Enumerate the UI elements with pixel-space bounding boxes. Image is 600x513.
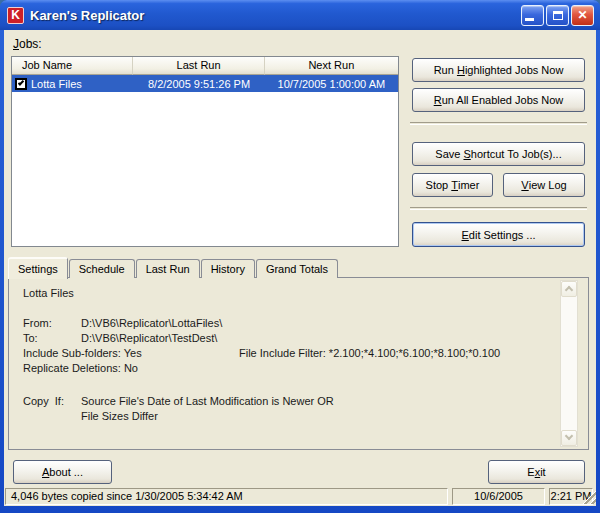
job-row-selected[interactable]: Lotta Files 8/2/2005 9:51:26 PM 10/7/200… [12,75,398,92]
label-text: it [540,466,546,478]
jobs-list-header: Job Name Last Run Next Run [12,57,398,75]
setting-copy-if-value2: File Sizes Differ [81,410,158,422]
scroll-up-button[interactable] [561,281,577,297]
run-all-enabled-jobs-button[interactable]: Run All Enabled Jobs Now [412,88,585,112]
chevron-up-icon [565,286,573,294]
column-header-last-run[interactable]: Last Run [133,57,264,75]
close-icon: ✕ [577,9,587,21]
tab-grand-totals[interactable]: Grand Totals [256,259,338,278]
maximize-button[interactable] [546,5,569,26]
label-text: A [42,466,49,478]
label-text: T [451,179,458,191]
settings-panel: Lotta Files From: D:\VB6\Replicator\Lott… [8,277,589,450]
window-title: Karen's Replicator [30,8,521,23]
close-button[interactable]: ✕ [571,5,594,26]
setting-replicate-deletions: Replicate Deletions: No [23,362,138,374]
setting-file-filter: File Include Filter: *2.100;*4.100;*6.10… [239,347,500,359]
app-icon[interactable]: K [7,7,24,24]
label-text: V [521,179,528,191]
setting-to-value: D:\VB6\Replicator\TestDest\ [81,332,217,344]
setting-include-subfolders: Include Sub-folders: Yes [23,347,142,359]
jobs-list: Job Name Last Run Next Run Lotta Files 8… [11,56,399,247]
label-text: obs: [19,37,42,51]
label-text: iew Log [529,179,567,191]
label-text: E [462,229,469,241]
setting-from-value: D:\VB6\Replicator\LottaFiles\ [81,317,222,329]
label-text: Stop [426,179,452,191]
setting-copy-if-label: Copy If: [23,395,64,407]
setting-to-label: To: [23,332,38,344]
label-text: H [457,64,465,76]
status-message: 4,046 bytes copied since 1/30/2005 5:34:… [5,488,448,505]
maximize-icon [553,11,563,20]
label-text: bout ... [49,466,83,478]
checkmark-icon [18,79,24,85]
about-button[interactable]: About ... [13,460,112,484]
setting-copy-if-value: Source File's Date of Last Modification … [81,395,334,407]
column-header-job-name[interactable]: Job Name [12,57,133,75]
run-highlighted-jobs-button[interactable]: Run Highlighted Jobs Now [412,58,585,82]
scroll-down-button[interactable] [561,430,577,446]
setting-job-title: Lotta Files [23,287,74,299]
label-text: un All Enabled Jobs Now [442,94,564,106]
exit-button[interactable]: Exit [488,460,585,484]
window-controls: ✕ [521,5,594,26]
tab-schedule[interactable]: Schedule [69,259,135,278]
job-enabled-checkbox[interactable] [15,78,27,90]
column-header-next-run[interactable]: Next Run [265,57,398,75]
stop-timer-button[interactable]: Stop Timer [412,173,493,197]
edit-settings-button[interactable]: Edit Settings ... [412,222,585,247]
view-log-button[interactable]: View Log [503,173,585,197]
label-text: Run [434,64,457,76]
label-text: hortcut To Job(s)... [471,148,562,160]
job-name: Lotta Files [31,78,82,90]
save-shortcut-button[interactable]: Save Shortcut To Job(s)... [412,142,585,166]
minimize-icon [525,18,534,21]
status-bar: 4,046 bytes copied since 1/30/2005 5:34:… [4,487,596,506]
app-window: K Karen's Replicator ✕ Jobs: Job Name La… [0,0,600,513]
label-text: S [463,148,470,160]
label-text: Save [435,148,463,160]
settings-scrollbar[interactable] [560,280,578,447]
label-text: ighlighted Jobs Now [465,64,563,76]
tab-history[interactable]: History [201,259,255,278]
job-next-run: 10/7/2005 1:00:00 AM [265,78,398,90]
status-date: 10/6/2005 [452,488,545,505]
tab-last-run[interactable]: Last Run [136,259,200,278]
tab-strip: Settings Schedule Last Run History Grand… [8,256,339,278]
separator [410,122,587,124]
chevron-down-icon [565,432,573,440]
setting-from-label: From: [23,317,52,329]
tab-settings[interactable]: Settings [8,257,68,279]
jobs-label: Jobs: [13,37,42,51]
job-name-cell: Lotta Files [12,78,133,90]
titlebar[interactable]: K Karen's Replicator ✕ [0,0,600,30]
separator [410,207,587,209]
label-text: R [434,94,442,106]
app-icon-letter: K [11,8,20,22]
minimize-button[interactable] [521,5,544,26]
label-text: imer [458,179,479,191]
label-text: dit Settings ... [469,229,536,241]
label-text: E [527,466,534,478]
job-last-run: 8/2/2005 9:51:26 PM [133,78,264,90]
